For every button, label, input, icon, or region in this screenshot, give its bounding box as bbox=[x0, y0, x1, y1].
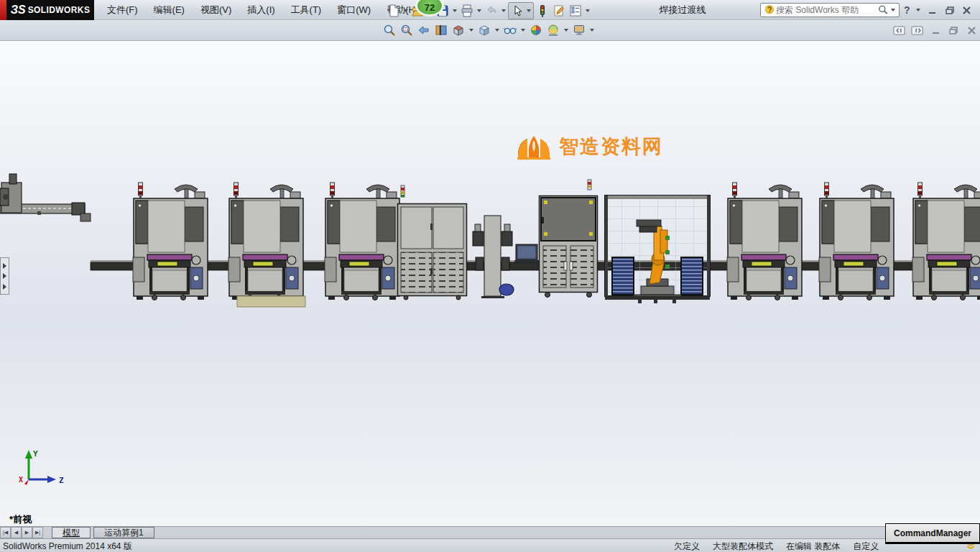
tab-nav-buttons: |◀ ◀ ▶ ▶| bbox=[0, 527, 43, 538]
apply-scene-icon[interactable] bbox=[545, 22, 561, 38]
axis-label-z: Z bbox=[59, 476, 64, 485]
press-machine-5[interactable] bbox=[819, 183, 894, 300]
status-large-assembly-mode: 大型装配体模式 bbox=[713, 540, 773, 552]
titlebar: ЗS SOLIDWORKS 文件(F) 编辑(E) 视图(V) 插入(I) 工具… bbox=[0, 0, 980, 20]
commandmanager-tooltip: CommandManager bbox=[885, 523, 980, 544]
hide-show-items-caret[interactable] bbox=[521, 29, 525, 32]
collapse-left-panel-icon[interactable] bbox=[893, 24, 906, 37]
tab-nav-next[interactable]: ▶ bbox=[22, 527, 32, 538]
select-cursor-icon[interactable] bbox=[509, 3, 525, 19]
press-machine-1[interactable] bbox=[133, 183, 208, 300]
control-cabinet[interactable] bbox=[540, 180, 598, 298]
rebuild-traffic-light-icon[interactable] bbox=[535, 3, 550, 19]
collapse-right-panel-icon[interactable] bbox=[911, 24, 924, 37]
status-states: 欠定义 大型装配体模式 在编辑 装配体 自定义 bbox=[674, 540, 879, 552]
help-icon[interactable]: ? bbox=[904, 4, 910, 16]
section-view-icon[interactable] bbox=[433, 22, 449, 38]
tab-motion-study[interactable]: 运动算例1 bbox=[93, 527, 154, 538]
print-icon[interactable] bbox=[459, 3, 475, 19]
status-bar: SolidWorks Premium 2014 x64 版 欠定义 大型装配体模… bbox=[0, 538, 980, 552]
doc-restore-button[interactable] bbox=[947, 24, 960, 37]
press-machine-6[interactable] bbox=[912, 183, 980, 300]
search-scope-caret[interactable] bbox=[891, 9, 895, 12]
gantry-loader[interactable] bbox=[0, 174, 91, 221]
select-tool-group bbox=[508, 2, 534, 19]
view-settings-icon[interactable] bbox=[571, 22, 587, 38]
apply-scene-caret[interactable] bbox=[564, 29, 568, 32]
display-style-caret[interactable] bbox=[495, 29, 499, 32]
help-dropdown-caret[interactable] bbox=[916, 9, 920, 12]
new-document-icon[interactable] bbox=[386, 3, 402, 19]
view-orientation-icon[interactable] bbox=[450, 22, 466, 38]
tab-nav-first[interactable]: |◀ bbox=[0, 527, 11, 538]
menu-edit[interactable]: 编辑(E) bbox=[146, 0, 193, 20]
solidworks-window: ЗS SOLIDWORKS 文件(F) 编辑(E) 视图(V) 插入(I) 工具… bbox=[0, 0, 980, 552]
doc-close-button[interactable] bbox=[965, 24, 978, 37]
previous-view-icon[interactable] bbox=[416, 22, 432, 38]
search-input[interactable] bbox=[776, 5, 877, 15]
lift-tower[interactable] bbox=[473, 216, 514, 298]
close-button[interactable] bbox=[961, 4, 974, 17]
minimize-button[interactable] bbox=[926, 4, 939, 17]
app-window-controls: ? bbox=[904, 0, 974, 20]
display-style-icon[interactable] bbox=[476, 22, 492, 38]
tab-nav-last[interactable]: ▶| bbox=[32, 527, 43, 538]
hide-show-items-icon[interactable] bbox=[502, 22, 518, 38]
print-dropdown-caret[interactable] bbox=[477, 9, 481, 12]
options-dropdown-caret[interactable] bbox=[586, 9, 590, 12]
file-properties-icon[interactable] bbox=[551, 3, 567, 19]
press-machine-2[interactable] bbox=[228, 183, 303, 300]
brand-accent-strip bbox=[0, 0, 6, 20]
status-under-defined: 欠定义 bbox=[674, 540, 700, 552]
view-orientation-caret[interactable] bbox=[469, 29, 473, 32]
heads-up-toolbar-row bbox=[0, 20, 980, 41]
press-machine-3[interactable] bbox=[325, 183, 399, 300]
floor-mat[interactable] bbox=[237, 296, 305, 307]
assembly-model[interactable] bbox=[0, 172, 980, 313]
graphics-viewport[interactable]: 智造资料网 bbox=[0, 41, 980, 526]
tab-model[interactable]: 模型 bbox=[52, 527, 91, 538]
view-settings-caret[interactable] bbox=[590, 29, 594, 32]
options-icon[interactable] bbox=[568, 3, 583, 19]
select-dropdown-caret[interactable] bbox=[527, 9, 531, 12]
undo-dropdown-caret[interactable] bbox=[501, 9, 506, 12]
zoom-to-fit-icon[interactable] bbox=[382, 22, 397, 38]
watermark-text: 智造资料网 bbox=[559, 134, 663, 160]
watermark-logo-icon bbox=[516, 133, 552, 160]
axis-label-y: Y bbox=[33, 449, 38, 459]
doc-minimize-button[interactable] bbox=[929, 24, 942, 37]
menu-window[interactable]: 窗口(W) bbox=[329, 0, 379, 20]
logo-text: SOLIDWORKS bbox=[28, 5, 91, 15]
undo-icon[interactable] bbox=[484, 3, 499, 19]
press-machine-4[interactable] bbox=[727, 183, 802, 300]
axis-label-x: X bbox=[19, 476, 23, 484]
zoom-to-area-icon[interactable] bbox=[399, 22, 415, 38]
electrical-cabinet[interactable] bbox=[398, 185, 467, 300]
save-dropdown-caret[interactable] bbox=[453, 9, 457, 12]
robot-cell[interactable] bbox=[605, 196, 710, 303]
watermark: 智造资料网 bbox=[516, 133, 663, 160]
tab-bar: |◀ ◀ ▶ ▶| 模型 运动算例1 bbox=[0, 526, 980, 538]
tab-nav-prev[interactable]: ◀ bbox=[11, 527, 22, 538]
menu-view[interactable]: 视图(V) bbox=[193, 0, 239, 20]
view-orientation-label: *前视 bbox=[9, 513, 32, 526]
restore-button[interactable] bbox=[943, 4, 956, 17]
product-version-label: SolidWorks Premium 2014 x64 版 bbox=[3, 540, 132, 552]
logo-mark: ЗS bbox=[11, 4, 26, 17]
help-balloon-icon bbox=[763, 4, 776, 17]
laptop[interactable] bbox=[514, 244, 539, 262]
new-dropdown-caret[interactable] bbox=[404, 9, 408, 12]
search-icon[interactable] bbox=[877, 4, 889, 17]
menu-tools[interactable]: 工具(T) bbox=[283, 0, 330, 20]
menu-insert[interactable]: 插入(I) bbox=[239, 0, 282, 20]
status-custom: 自定义 bbox=[853, 540, 879, 552]
help-search-box bbox=[760, 3, 900, 17]
coordinate-triad: Y Z X bbox=[11, 448, 69, 494]
edit-appearance-icon[interactable] bbox=[528, 22, 544, 38]
heads-up-view-toolbar bbox=[382, 22, 596, 38]
menu-file[interactable]: 文件(F) bbox=[99, 0, 146, 20]
document-title: 焊接过渡线 bbox=[604, 0, 762, 20]
status-editing-assembly: 在编辑 装配体 bbox=[786, 540, 840, 552]
document-window-controls bbox=[893, 24, 978, 37]
solidworks-logo: ЗS SOLIDWORKS bbox=[6, 0, 94, 20]
